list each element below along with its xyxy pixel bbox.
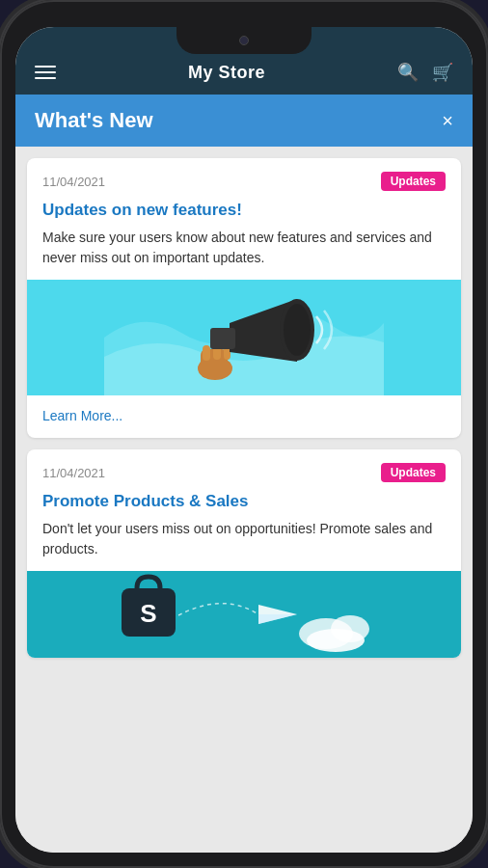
card-title-1: Updates on new features! <box>42 201 446 220</box>
card-tag-1: Updates <box>381 172 446 191</box>
phone-screen: My Store 🔍 🛒 What's New × 11/04/2021 Upd… <box>15 27 473 853</box>
nav-title: My Store <box>188 63 265 83</box>
nav-icons: 🔍 🛒 <box>397 62 453 83</box>
content-area: 11/04/2021 Updates Updates on new featur… <box>15 147 473 853</box>
svg-point-13 <box>307 629 365 652</box>
learn-more-section-1: Learn More... <box>27 395 461 438</box>
card-title-2: Promote Products & Sales <box>42 492 446 511</box>
whats-new-banner: What's New × <box>15 95 473 147</box>
svg-text:S: S <box>140 599 156 628</box>
card-image-1 <box>27 280 461 395</box>
card-updates-features: 11/04/2021 Updates Updates on new featur… <box>27 158 461 438</box>
card-meta-1: 11/04/2021 Updates <box>42 172 446 191</box>
svg-point-9 <box>284 304 311 356</box>
close-button[interactable]: × <box>442 111 453 130</box>
card-body-2: 11/04/2021 Updates Promote Products & Sa… <box>27 449 461 559</box>
cart-icon[interactable]: 🛒 <box>432 62 453 83</box>
notch-camera <box>239 36 249 45</box>
notch <box>176 27 312 54</box>
learn-more-link-1[interactable]: Learn More... <box>42 408 122 423</box>
phone-frame: My Store 🔍 🛒 What's New × 11/04/2021 Upd… <box>0 0 488 868</box>
card-image-2: S <box>27 571 461 658</box>
svg-rect-7 <box>210 328 235 349</box>
card-description-2: Don't let your users miss out on opportu… <box>42 519 446 559</box>
card-promote-products: 11/04/2021 Updates Promote Products & Sa… <box>27 449 461 658</box>
card-meta-2: 11/04/2021 Updates <box>42 463 446 482</box>
svg-rect-3 <box>203 345 210 361</box>
search-icon[interactable]: 🔍 <box>397 62 419 83</box>
card-body-1: 11/04/2021 Updates Updates on new featur… <box>27 158 461 268</box>
card-date-1: 11/04/2021 <box>42 175 105 189</box>
hamburger-menu[interactable] <box>35 66 56 79</box>
card-tag-2: Updates <box>381 463 446 482</box>
whats-new-title: What's New <box>35 108 153 133</box>
card-description-1: Make sure your users know about new feat… <box>42 228 446 268</box>
card-date-2: 11/04/2021 <box>42 466 105 480</box>
